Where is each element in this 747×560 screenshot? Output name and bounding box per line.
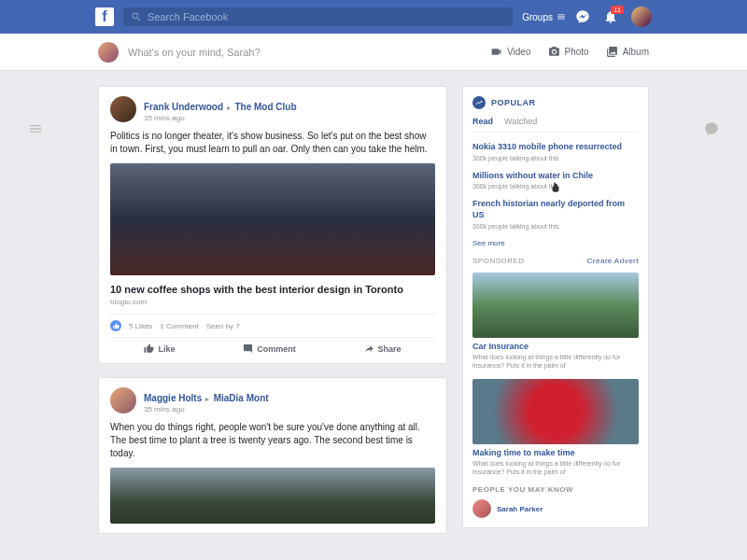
sponsored-heading: SPONSORED (472, 257, 525, 265)
post-author-link[interactable]: Frank Underwood (144, 102, 223, 112)
share-button[interactable]: Share (364, 343, 402, 354)
post-link-image[interactable] (110, 468, 435, 524)
post-timestamp: 35 mins ago (144, 405, 269, 413)
tab-read[interactable]: Read (472, 117, 493, 126)
composer-prompt[interactable]: What's on your mind, Sarah? (128, 47, 481, 58)
comment-button[interactable]: Comment (243, 343, 296, 354)
sponsored-ad-text: What does looking at things a little dif… (472, 459, 639, 476)
notifications-icon[interactable]: 11 (603, 9, 618, 24)
right-sidebar: POPULAR Read Watched Nokia 3310 mobile p… (462, 86, 649, 538)
post-link-source: blogto.com (110, 298, 435, 306)
see-more-link[interactable]: See more (472, 239, 639, 247)
post-card: Maggie Holts ▸ MiaDia Mont 35 mins ago W… (98, 377, 447, 534)
post-author-avatar[interactable] (110, 387, 136, 413)
news-feed: Frank Underwood ▸ The Mod Club 35 mins a… (98, 86, 447, 538)
post-stats: 5 Likes 1 Comment Seen by 7 (110, 314, 435, 338)
groups-link[interactable]: Groups (522, 12, 566, 22)
post-link-title[interactable]: 10 new coffee shops with the best interi… (110, 283, 435, 296)
post-card: Frank Underwood ▸ The Mod Club 35 mins a… (98, 86, 447, 364)
sponsored-ad-title[interactable]: Making time to make time (472, 448, 639, 457)
search-icon (131, 11, 142, 22)
sponsored-ad-text: What does looking at things a little dif… (472, 353, 639, 370)
post-target-link[interactable]: The Mod Club (234, 102, 296, 112)
video-icon (490, 46, 502, 58)
photo-icon (548, 46, 560, 58)
post-body-text: Politics is no longer theater, it's show… (110, 130, 435, 156)
post-target-link[interactable]: MiaDia Mont (214, 393, 269, 403)
search-container[interactable] (123, 7, 513, 26)
album-icon (606, 46, 618, 58)
post-author-avatar[interactable] (110, 96, 136, 122)
post-timestamp: 35 mins ago (144, 114, 297, 122)
people-you-may-know-heading: PEOPLE YOU MAY KNOW (472, 485, 639, 494)
album-button[interactable]: Album (606, 46, 649, 58)
composer-avatar[interactable] (98, 42, 119, 63)
create-advert-link[interactable]: Create Advert (587, 257, 639, 265)
sponsored-ad-image[interactable] (472, 273, 639, 338)
comment-icon (243, 343, 253, 354)
popular-heading: POPULAR (491, 98, 536, 107)
suggested-person[interactable]: Sarah Parker (472, 499, 639, 518)
facebook-logo[interactable]: f (95, 7, 114, 26)
right-messenger-icon[interactable] (704, 121, 719, 136)
chevron-right-icon: ▸ (225, 104, 233, 112)
trending-icon (472, 96, 486, 109)
post-author-link[interactable]: Maggie Holts (144, 393, 202, 403)
chevron-right-icon: ▸ (204, 395, 211, 403)
menu-icon (557, 12, 566, 21)
trending-item[interactable]: Nokia 3310 mobile phone resurrected360k … (472, 142, 639, 161)
person-avatar (472, 499, 491, 518)
notification-badge: 11 (611, 6, 624, 14)
sponsored-ad-image[interactable] (472, 379, 639, 444)
share-icon (364, 343, 374, 354)
post-body-text: When you do things right, people won't b… (110, 421, 435, 460)
sponsored-ad-title[interactable]: Car Insurance (472, 342, 639, 351)
composer-bar: What's on your mind, Sarah? Video Photo … (0, 34, 747, 71)
mouse-cursor (549, 181, 562, 194)
video-button[interactable]: Video (490, 46, 530, 58)
profile-avatar[interactable] (631, 7, 652, 27)
tab-watched[interactable]: Watched (504, 117, 537, 126)
like-icon (110, 320, 121, 331)
photo-button[interactable]: Photo (548, 46, 589, 58)
top-navigation-bar: f Groups 11 (0, 0, 747, 34)
thumb-up-icon (144, 343, 154, 354)
messenger-icon[interactable] (575, 9, 590, 24)
like-button[interactable]: Like (144, 343, 175, 354)
left-menu-icon[interactable] (28, 121, 43, 133)
svg-point-0 (552, 50, 555, 53)
search-input[interactable] (148, 11, 505, 22)
trending-item[interactable]: French historian nearly deported from US… (472, 199, 639, 229)
post-link-image[interactable] (110, 163, 435, 275)
